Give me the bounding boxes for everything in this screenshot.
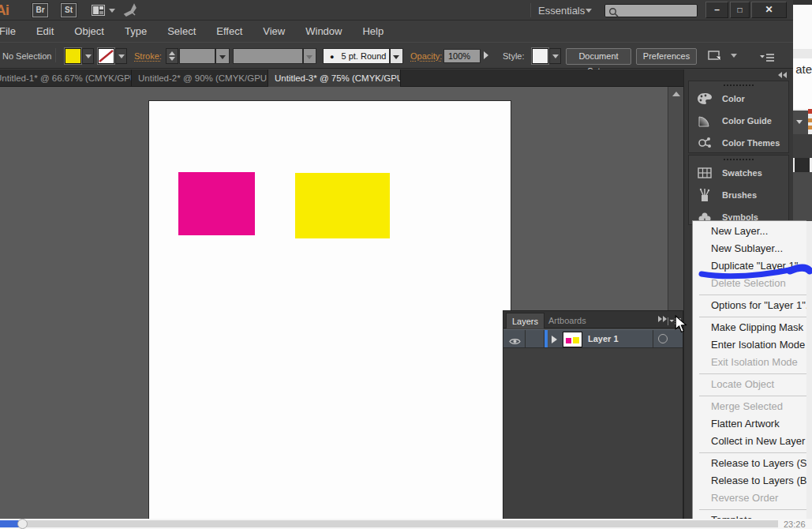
control-panel-menu-icon[interactable] (760, 51, 774, 66)
panel-button-color[interactable]: Color (689, 88, 788, 110)
layer-row[interactable]: Layer 1 (503, 329, 683, 348)
menubar-item[interactable]: Select (157, 21, 206, 41)
menubar-item[interactable]: File (0, 21, 26, 41)
flyout-menu-item[interactable]: Reverse Order (693, 490, 806, 507)
variable-width-profile-combo[interactable] (233, 48, 303, 64)
stroke-none-swatch[interactable] (98, 48, 114, 64)
style-caret-icon[interactable] (549, 48, 561, 64)
yellow-rectangle[interactable] (295, 173, 390, 238)
workspace-caret-icon[interactable] (586, 9, 592, 13)
illustrator-window: Ai Br St Essentials – □ ✕ FileEditObject… (0, 0, 812, 529)
fill-color-swatch[interactable] (65, 48, 81, 64)
artboard[interactable] (148, 100, 511, 527)
menubar-item[interactable]: Object (64, 21, 114, 41)
stroke-color-caret-icon[interactable] (115, 48, 127, 64)
adobe-stock-button[interactable]: St (61, 3, 77, 17)
collapse-dock-icon[interactable] (778, 72, 787, 78)
flyout-menu-item (699, 393, 806, 398)
flyout-menu-item-label: Collect in New Layer (711, 435, 805, 447)
edge-text-fragment: ate (793, 58, 812, 109)
tab-untitled-1[interactable]: Untitled-1* @ 66.67% (CMYK/GPU Preview) … (0, 69, 132, 87)
edge-dropdown-block (793, 111, 808, 134)
tab-untitled-2[interactable]: Untitled-2* @ 90% (CMYK/GPU Preview) × (132, 69, 268, 87)
visibility-eye-icon[interactable] (509, 335, 521, 349)
flyout-menu-item[interactable]: Release to Layers (Build) (693, 472, 806, 490)
gpu-performance-icon[interactable] (123, 3, 139, 21)
layer-expand-icon[interactable] (552, 336, 557, 343)
menubar-item[interactable]: Window (295, 21, 352, 41)
minimize-button[interactable]: – (705, 2, 728, 18)
tab-untitled-3[interactable]: Untitled-3* @ 75% (CMYK/GPU Preview) × (268, 69, 401, 87)
brush-definition-combo[interactable]: ● 5 pt. Round (323, 48, 390, 64)
edge-gray-row (793, 49, 812, 58)
panel-button-label: Color Themes (722, 138, 780, 148)
panel-button-swatches[interactable]: Swatches (689, 162, 788, 184)
video-scrubber-knob[interactable] (17, 519, 28, 529)
flyout-menu-item-label: Release to Layers (Build) (711, 475, 806, 486)
brush-caret-icon[interactable] (390, 48, 403, 64)
edge-block-3 (793, 172, 812, 221)
selection-status: No Selection (2, 51, 51, 61)
preferences-button[interactable]: Preferences (636, 48, 697, 65)
flyout-menu-item[interactable]: Release to Layers (Sequence) (693, 455, 806, 472)
opacity-label[interactable]: Opacity: (410, 51, 442, 61)
flyout-menu-item[interactable]: Merge Selected (693, 398, 806, 415)
tab-artboards[interactable]: Artboards (543, 313, 592, 328)
document-setup-button[interactable]: Document Setup (566, 48, 631, 65)
flyout-menu-item[interactable]: Locate Object (693, 376, 806, 393)
variable-width-caret-icon[interactable] (303, 48, 316, 64)
select-similar-caret-icon[interactable] (731, 54, 737, 58)
stroke-weight-combo[interactable] (179, 48, 215, 64)
flyout-menu-item[interactable]: Collect in New Layer (693, 433, 806, 450)
flyout-menu-item-label: Options for "Layer 1"... (711, 299, 806, 311)
video-progress-track[interactable] (0, 520, 778, 527)
stroke-weight-caret-icon[interactable] (215, 48, 230, 64)
layer-selection-color-bar (544, 330, 548, 347)
panel-button-color-guide[interactable]: Color Guide (689, 110, 788, 132)
title-bar: Ai Br St Essentials – □ ✕ (0, 0, 793, 21)
flyout-menu-item[interactable]: Make Clipping Mask (693, 319, 806, 336)
collapse-panel-icon[interactable] (658, 316, 667, 322)
flyout-menu-item[interactable]: New Sublayer... (693, 240, 806, 257)
layer-name[interactable]: Layer 1 (588, 334, 619, 343)
menubar-item[interactable]: Edit (26, 21, 64, 41)
flyout-menu-item[interactable]: Enter Isolation Mode (693, 336, 806, 354)
magenta-rectangle[interactable] (178, 172, 255, 235)
opacity-input[interactable]: 100% (443, 49, 481, 63)
select-similar-objects-icon[interactable] (708, 50, 725, 66)
flyout-menu-item[interactable]: Exit Isolation Mode (693, 354, 806, 371)
fill-color-caret-icon[interactable] (82, 48, 94, 64)
menubar-item[interactable]: Type (114, 21, 157, 41)
search-input[interactable] (604, 4, 698, 17)
menubar-item[interactable]: Effect (206, 21, 253, 41)
opacity-expand-icon[interactable] (484, 51, 488, 59)
flyout-menu-item[interactable]: Options for "Layer 1"... (693, 297, 806, 314)
flyout-menu-item[interactable]: Flatten Artwork (693, 415, 806, 433)
stroke-weight-stepper[interactable] (166, 48, 178, 64)
workspace-switcher[interactable]: Essentials (538, 5, 585, 17)
panel-group-gripper[interactable] (724, 84, 754, 86)
scroll-up-icon[interactable] (672, 92, 680, 96)
style-swatch[interactable] (532, 48, 548, 64)
panel-group-gripper[interactable] (724, 159, 754, 160)
menubar-item[interactable]: View (253, 21, 295, 41)
panel-button-brushes[interactable]: Brushes (689, 184, 788, 206)
arrange-documents-icon[interactable] (92, 5, 105, 16)
layer-target-icon[interactable] (658, 334, 668, 343)
maximize-button[interactable]: □ (730, 2, 750, 18)
close-button[interactable]: ✕ (751, 2, 787, 18)
stroke-label[interactable]: Stroke: (134, 51, 162, 61)
tab-layers[interactable]: Layers (506, 313, 544, 328)
edge-white-block (793, 5, 812, 49)
color-palette-icon (697, 91, 713, 107)
bridge-button[interactable]: Br (32, 3, 48, 17)
brush-dot-icon: ● (330, 53, 334, 61)
tab-label: Untitled-2* @ 90% (CMYK/GPU Preview) (138, 73, 268, 83)
row-cell-divider (525, 330, 526, 347)
layer-thumbnail[interactable] (563, 332, 582, 347)
video-timestamp: 23:26 (784, 520, 806, 529)
flyout-menu-item[interactable]: New Layer... (693, 223, 806, 240)
panel-button-color-themes[interactable]: Color Themes (689, 132, 788, 154)
menubar-item[interactable]: Help (352, 21, 394, 41)
arrange-documents-caret-icon[interactable] (109, 9, 115, 13)
